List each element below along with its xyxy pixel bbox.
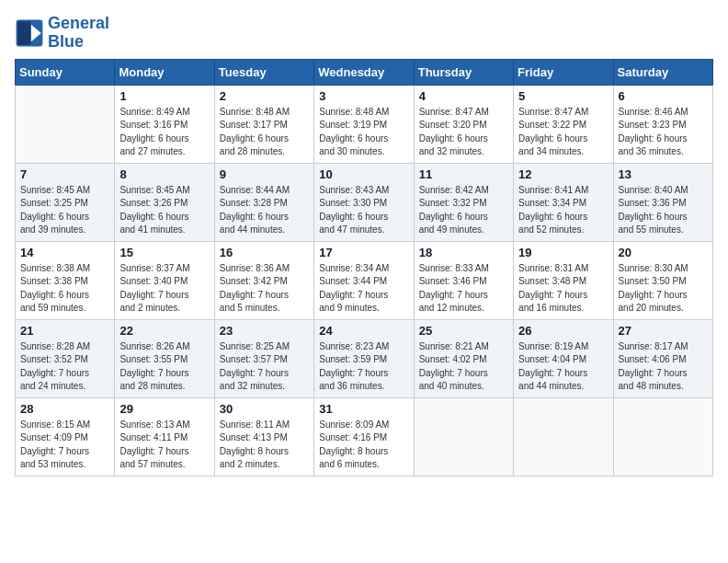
day-info: Sunrise: 8:46 AM Sunset: 3:23 PM Dayligh… — [619, 106, 708, 159]
day-number: 10 — [319, 167, 408, 181]
day-number: 18 — [419, 246, 508, 259]
calendar-cell: 21Sunrise: 8:28 AM Sunset: 3:52 PM Dayli… — [16, 319, 115, 397]
day-number: 12 — [518, 167, 608, 181]
day-info: Sunrise: 8:43 AM Sunset: 3:30 PM Dayligh… — [319, 184, 408, 237]
calendar-week-5: 28Sunrise: 8:15 AM Sunset: 4:09 PM Dayli… — [16, 397, 713, 476]
day-number: 27 — [619, 324, 708, 338]
day-number: 22 — [119, 324, 209, 338]
day-info: Sunrise: 8:11 AM Sunset: 4:13 PM Dayligh… — [220, 419, 309, 472]
calendar-cell: 12Sunrise: 8:41 AM Sunset: 3:34 PM Dayli… — [514, 163, 613, 241]
day-info: Sunrise: 8:15 AM Sunset: 4:09 PM Dayligh… — [20, 419, 109, 472]
day-info: Sunrise: 8:30 AM Sunset: 3:50 PM Dayligh… — [619, 262, 708, 316]
day-number: 30 — [220, 402, 309, 416]
weekday-header-saturday: Saturday — [613, 59, 712, 85]
svg-rect-2 — [17, 21, 30, 45]
day-number: 1 — [119, 89, 209, 103]
calendar-cell: 28Sunrise: 8:15 AM Sunset: 4:09 PM Dayli… — [16, 397, 115, 476]
calendar-cell: 8Sunrise: 8:45 AM Sunset: 3:26 PM Daylig… — [115, 163, 214, 241]
calendar-cell: 17Sunrise: 8:34 AM Sunset: 3:44 PM Dayli… — [314, 241, 414, 319]
day-info: Sunrise: 8:21 AM Sunset: 4:02 PM Dayligh… — [419, 340, 508, 394]
page-header: General Blue — [15, 15, 713, 52]
day-number: 19 — [518, 246, 608, 259]
calendar-cell: 5Sunrise: 8:47 AM Sunset: 3:22 PM Daylig… — [514, 85, 613, 163]
day-number: 3 — [319, 89, 408, 103]
day-info: Sunrise: 8:41 AM Sunset: 3:34 PM Dayligh… — [518, 184, 608, 237]
day-info: Sunrise: 8:47 AM Sunset: 3:20 PM Dayligh… — [419, 106, 508, 159]
calendar-week-1: 1Sunrise: 8:49 AM Sunset: 3:16 PM Daylig… — [16, 85, 713, 163]
calendar-week-3: 14Sunrise: 8:38 AM Sunset: 3:38 PM Dayli… — [16, 241, 713, 319]
day-number: 4 — [419, 89, 508, 103]
day-info: Sunrise: 8:31 AM Sunset: 3:48 PM Dayligh… — [518, 262, 608, 316]
calendar-table: SundayMondayTuesdayWednesdayThursdayFrid… — [15, 59, 713, 477]
calendar-body: 1Sunrise: 8:49 AM Sunset: 3:16 PM Daylig… — [16, 85, 713, 476]
weekday-header-monday: Monday — [115, 59, 214, 85]
day-info: Sunrise: 8:45 AM Sunset: 3:26 PM Dayligh… — [119, 184, 209, 237]
day-info: Sunrise: 8:45 AM Sunset: 3:25 PM Dayligh… — [20, 184, 109, 237]
calendar-header: SundayMondayTuesdayWednesdayThursdayFrid… — [16, 59, 713, 85]
calendar-cell: 19Sunrise: 8:31 AM Sunset: 3:48 PM Dayli… — [514, 241, 613, 319]
day-number: 13 — [619, 167, 708, 181]
day-number: 26 — [518, 324, 608, 338]
calendar-cell — [514, 397, 613, 476]
calendar-cell: 6Sunrise: 8:46 AM Sunset: 3:23 PM Daylig… — [613, 85, 712, 163]
calendar-cell: 11Sunrise: 8:42 AM Sunset: 3:32 PM Dayli… — [414, 163, 513, 241]
day-number: 21 — [20, 324, 109, 338]
calendar-cell: 1Sunrise: 8:49 AM Sunset: 3:16 PM Daylig… — [115, 85, 214, 163]
day-number: 7 — [20, 167, 109, 181]
day-number: 6 — [619, 89, 708, 103]
calendar-cell: 26Sunrise: 8:19 AM Sunset: 4:04 PM Dayli… — [514, 319, 613, 397]
calendar-cell: 13Sunrise: 8:40 AM Sunset: 3:36 PM Dayli… — [613, 163, 712, 241]
calendar-cell — [16, 85, 115, 163]
day-number: 17 — [319, 246, 408, 259]
calendar-cell: 20Sunrise: 8:30 AM Sunset: 3:50 PM Dayli… — [613, 241, 712, 319]
weekday-header-tuesday: Tuesday — [214, 59, 313, 85]
logo: General Blue — [15, 15, 109, 52]
calendar-cell: 15Sunrise: 8:37 AM Sunset: 3:40 PM Dayli… — [115, 241, 214, 319]
calendar-cell: 3Sunrise: 8:48 AM Sunset: 3:19 PM Daylig… — [314, 85, 414, 163]
calendar-cell: 18Sunrise: 8:33 AM Sunset: 3:46 PM Dayli… — [414, 241, 513, 319]
day-number: 25 — [419, 324, 508, 338]
day-info: Sunrise: 8:26 AM Sunset: 3:55 PM Dayligh… — [119, 340, 209, 394]
day-number: 8 — [119, 167, 209, 181]
day-info: Sunrise: 8:40 AM Sunset: 3:36 PM Dayligh… — [619, 184, 708, 237]
day-info: Sunrise: 8:34 AM Sunset: 3:44 PM Dayligh… — [319, 262, 408, 316]
day-info: Sunrise: 8:38 AM Sunset: 3:38 PM Dayligh… — [20, 262, 109, 316]
day-number: 23 — [220, 324, 309, 338]
calendar-cell: 7Sunrise: 8:45 AM Sunset: 3:25 PM Daylig… — [16, 163, 115, 241]
day-number: 9 — [220, 167, 309, 181]
calendar-cell: 4Sunrise: 8:47 AM Sunset: 3:20 PM Daylig… — [414, 85, 513, 163]
day-info: Sunrise: 8:37 AM Sunset: 3:40 PM Dayligh… — [119, 262, 209, 316]
day-info: Sunrise: 8:44 AM Sunset: 3:28 PM Dayligh… — [220, 184, 309, 237]
calendar-cell: 31Sunrise: 8:09 AM Sunset: 4:16 PM Dayli… — [314, 397, 414, 476]
day-number: 11 — [419, 167, 508, 181]
weekday-header-sunday: Sunday — [16, 59, 115, 85]
logo-text: General Blue — [48, 15, 109, 52]
day-info: Sunrise: 8:36 AM Sunset: 3:42 PM Dayligh… — [220, 262, 309, 316]
day-number: 14 — [20, 246, 109, 259]
day-info: Sunrise: 8:47 AM Sunset: 3:22 PM Dayligh… — [518, 106, 608, 159]
day-number: 2 — [220, 89, 309, 103]
calendar-cell: 24Sunrise: 8:23 AM Sunset: 3:59 PM Dayli… — [314, 319, 414, 397]
day-info: Sunrise: 8:48 AM Sunset: 3:17 PM Dayligh… — [220, 106, 309, 159]
day-number: 24 — [319, 324, 408, 338]
day-number: 16 — [220, 246, 309, 259]
calendar-cell: 22Sunrise: 8:26 AM Sunset: 3:55 PM Dayli… — [115, 319, 214, 397]
day-info: Sunrise: 8:49 AM Sunset: 3:16 PM Dayligh… — [119, 106, 209, 159]
day-number: 15 — [119, 246, 209, 259]
calendar-cell: 25Sunrise: 8:21 AM Sunset: 4:02 PM Dayli… — [414, 319, 513, 397]
weekday-header-friday: Friday — [514, 59, 613, 85]
logo-icon — [15, 18, 44, 48]
day-info: Sunrise: 8:42 AM Sunset: 3:32 PM Dayligh… — [419, 184, 508, 237]
calendar-cell — [613, 397, 712, 476]
day-number: 29 — [119, 402, 209, 416]
calendar-week-4: 21Sunrise: 8:28 AM Sunset: 3:52 PM Dayli… — [16, 319, 713, 397]
calendar-cell: 23Sunrise: 8:25 AM Sunset: 3:57 PM Dayli… — [214, 319, 313, 397]
day-info: Sunrise: 8:48 AM Sunset: 3:19 PM Dayligh… — [319, 106, 408, 159]
day-info: Sunrise: 8:17 AM Sunset: 4:06 PM Dayligh… — [619, 340, 708, 394]
day-number: 31 — [319, 402, 408, 416]
day-info: Sunrise: 8:25 AM Sunset: 3:57 PM Dayligh… — [220, 340, 309, 394]
calendar-cell: 30Sunrise: 8:11 AM Sunset: 4:13 PM Dayli… — [214, 397, 313, 476]
day-info: Sunrise: 8:28 AM Sunset: 3:52 PM Dayligh… — [20, 340, 109, 394]
day-number: 28 — [20, 402, 109, 416]
calendar-cell: 16Sunrise: 8:36 AM Sunset: 3:42 PM Dayli… — [214, 241, 313, 319]
